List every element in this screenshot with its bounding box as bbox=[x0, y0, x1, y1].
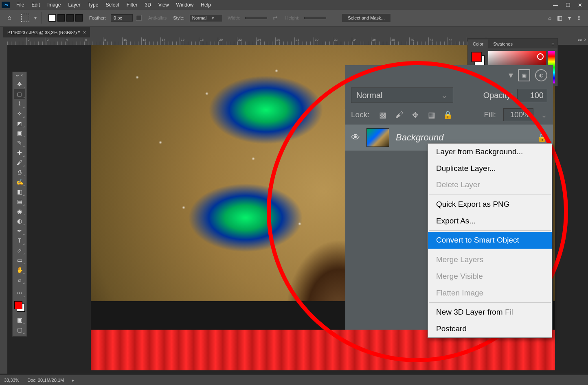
selection-new-icon[interactable] bbox=[48, 14, 56, 22]
menu-type[interactable]: Type bbox=[84, 1, 101, 9]
minimize-button[interactable]: — bbox=[553, 2, 558, 8]
screen-mode-icon[interactable]: ▢ bbox=[14, 325, 25, 335]
chevron-down-icon: ⌄ bbox=[441, 90, 448, 100]
app-logo: Ps bbox=[2, 2, 10, 8]
lock-artboard-icon[interactable]: ▦ bbox=[427, 110, 436, 119]
home-icon[interactable]: ⌂ bbox=[5, 14, 14, 22]
color-picker-ring-icon bbox=[537, 53, 544, 60]
pen-tool[interactable]: ✒ bbox=[14, 226, 25, 236]
search-icon[interactable]: ⌕ bbox=[548, 15, 551, 21]
ctx-postcard[interactable]: Postcard bbox=[428, 321, 552, 337]
tab-color[interactable]: Color bbox=[468, 39, 488, 48]
chevron-down-icon: ⌄ bbox=[541, 110, 547, 120]
ruler-tick: 24 bbox=[256, 37, 275, 45]
foreground-color[interactable] bbox=[14, 301, 22, 309]
fg-bg-swatch[interactable] bbox=[471, 52, 485, 66]
crop-tool[interactable]: ◩ bbox=[14, 118, 25, 128]
hand-tool[interactable]: ✋ bbox=[14, 265, 25, 275]
menu-view[interactable]: View bbox=[155, 1, 172, 9]
ctx-duplicate-layer[interactable]: Duplicate Layer... bbox=[428, 160, 552, 177]
menu-3d[interactable]: 3D bbox=[141, 1, 154, 9]
move-tool[interactable]: ✥ bbox=[14, 79, 25, 89]
frame-tool[interactable]: ▣ bbox=[14, 128, 25, 138]
ruler-tick: 40 bbox=[409, 37, 428, 45]
filter-image-icon[interactable]: ▣ bbox=[518, 69, 530, 81]
close-window-button[interactable]: ✕ bbox=[578, 2, 582, 8]
eraser-tool[interactable]: ◧ bbox=[14, 187, 25, 197]
menu-window[interactable]: Window bbox=[173, 1, 197, 9]
layer-name[interactable]: Background bbox=[396, 132, 443, 143]
workspace-chevron-icon[interactable]: ▾ bbox=[568, 15, 571, 21]
selection-add-icon[interactable] bbox=[57, 14, 65, 22]
eyedropper-tool[interactable]: ✎ bbox=[14, 138, 25, 148]
layer-thumbnail[interactable] bbox=[366, 128, 389, 147]
type-tool[interactable]: T bbox=[14, 236, 25, 245]
share-icon[interactable]: ⇪ bbox=[577, 15, 581, 21]
filter-adjustment-icon[interactable]: ◐ bbox=[535, 69, 547, 81]
history-brush-tool[interactable]: ✍ bbox=[14, 177, 25, 187]
blur-tool[interactable]: ◉ bbox=[14, 206, 25, 216]
ruler-tick: 6 bbox=[84, 37, 103, 45]
fg-bg-colors[interactable] bbox=[13, 300, 26, 313]
ctx-separator bbox=[429, 250, 551, 250]
layers-filter-row: ▾ ▣ ◐ bbox=[345, 65, 553, 85]
ctx-new-3d-layer[interactable]: New 3D Layer from Fil bbox=[428, 304, 552, 321]
ctx-quick-export-png[interactable]: Quick Export as PNG bbox=[428, 196, 552, 213]
clone-stamp-tool[interactable]: ⎙ bbox=[14, 167, 25, 177]
lasso-tool[interactable]: ⌇ bbox=[14, 99, 25, 109]
edit-toolbar[interactable]: ⋯ bbox=[14, 288, 25, 298]
feather-input[interactable]: 0 px bbox=[111, 14, 133, 22]
ctx-export-as[interactable]: Export As... bbox=[428, 213, 552, 230]
document-tab[interactable]: P1160237.JPG @ 33,3% (RGB/8*) * × bbox=[3, 27, 90, 38]
ctx-layer-from-background[interactable]: Layer from Background... bbox=[428, 144, 552, 160]
collapse-arrows-icon[interactable]: ◂◂ bbox=[577, 37, 581, 42]
panel-menu-icon[interactable]: ≡ bbox=[548, 39, 557, 48]
menu-layer[interactable]: Layer bbox=[65, 1, 83, 9]
menu-file[interactable]: File bbox=[13, 1, 27, 9]
panel-collapse-handle[interactable]: ◂◂ × bbox=[577, 37, 586, 42]
lock-all-icon[interactable]: 🔒 bbox=[443, 110, 452, 119]
shape-tool[interactable]: ▭ bbox=[14, 255, 25, 265]
tools-panel-grip-icon[interactable]: ▸▸ ✕ bbox=[13, 74, 26, 79]
menu-help[interactable]: Help bbox=[197, 1, 214, 9]
doc-size[interactable]: Doc: 20,1M/20,1M bbox=[27, 378, 64, 383]
tab-swatches[interactable]: Swatches bbox=[488, 39, 518, 48]
status-chevron-icon[interactable]: ▸ bbox=[72, 378, 75, 383]
path-select-tool[interactable]: ⬀ bbox=[14, 245, 25, 255]
current-tool-icon[interactable] bbox=[21, 14, 29, 22]
gradient-tool[interactable]: ▤ bbox=[14, 197, 25, 206]
style-select[interactable]: Normal ▾ bbox=[189, 14, 223, 22]
lock-pixels-icon[interactable]: ▩ bbox=[378, 110, 387, 119]
menu-edit[interactable]: Edit bbox=[28, 1, 43, 9]
ctx-convert-to-smart-object[interactable]: Convert to Smart Object bbox=[428, 232, 552, 249]
zoom-level[interactable]: 33,33% bbox=[4, 378, 19, 383]
marquee-tool[interactable]: ◻ bbox=[14, 89, 25, 99]
blend-mode-select[interactable]: Normal ⌄ bbox=[351, 88, 453, 103]
quick-mask-icon[interactable]: ▣ bbox=[14, 315, 25, 325]
lock-position-icon[interactable]: ✥ bbox=[411, 110, 420, 119]
tool-preset-chevron-icon[interactable]: ▾ bbox=[34, 15, 37, 21]
brush-tool[interactable]: 🖌 bbox=[14, 158, 25, 167]
selection-subtract-icon[interactable] bbox=[66, 14, 74, 22]
ctx-separator bbox=[429, 302, 551, 303]
fill-input[interactable]: 100% bbox=[503, 108, 533, 121]
opacity-input[interactable]: 100 bbox=[517, 89, 547, 102]
menu-filter[interactable]: Filter bbox=[123, 1, 141, 9]
select-and-mask-button[interactable]: Select and Mask... bbox=[342, 13, 391, 22]
layer-filter-chevron-icon[interactable]: ▾ bbox=[509, 70, 513, 81]
document-tab-close-icon[interactable]: × bbox=[83, 30, 86, 35]
lock-brush-icon[interactable]: 🖌 bbox=[395, 110, 404, 119]
foreground-color-swatch[interactable] bbox=[471, 52, 482, 62]
panel-group-close-icon[interactable]: × bbox=[584, 37, 586, 42]
antialias-checkbox bbox=[136, 15, 142, 21]
menu-image[interactable]: Image bbox=[44, 1, 64, 9]
menu-select[interactable]: Select bbox=[102, 1, 122, 9]
selection-intersect-icon[interactable] bbox=[75, 14, 83, 22]
magic-wand-tool[interactable]: ✧ bbox=[14, 109, 25, 118]
healing-brush-tool[interactable]: ✚ bbox=[14, 148, 25, 158]
zoom-tool[interactable]: ⌕ bbox=[14, 275, 25, 284]
workspace-icon[interactable]: ▥ bbox=[557, 15, 562, 21]
dodge-tool[interactable]: ◐ bbox=[14, 216, 25, 226]
maximize-button[interactable]: ☐ bbox=[566, 2, 570, 8]
layer-visibility-icon[interactable]: 👁 bbox=[351, 132, 360, 143]
